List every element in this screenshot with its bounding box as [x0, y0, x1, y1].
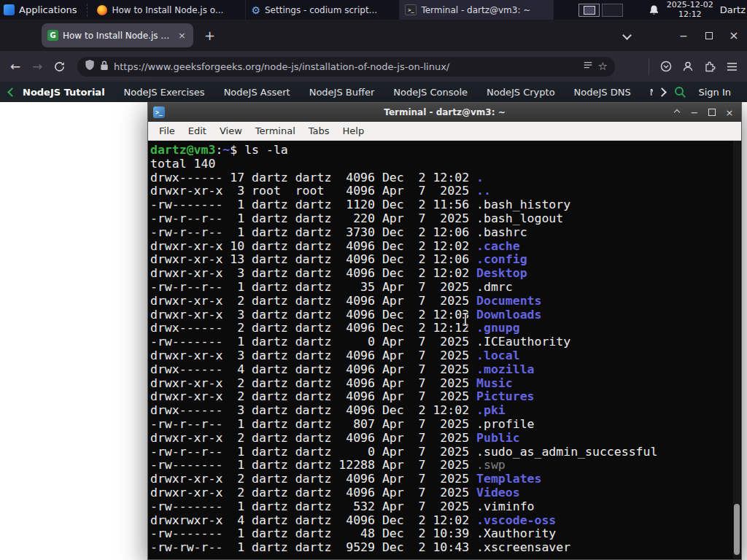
terminal-shade-button[interactable] [672, 110, 682, 114]
nav-link-nodejs-dns[interactable]: NodeJS DNS [574, 87, 631, 98]
gfg-favicon-icon: G [47, 30, 58, 41]
browser-maximize-button[interactable] [700, 20, 719, 51]
reload-button[interactable] [48, 55, 70, 77]
toolbar-separator [649, 58, 649, 74]
nav-scroll-left-icon[interactable] [9, 89, 15, 96]
terminal-listing-line: drwxr-xr-x 3 root root 4096 Apr 7 2025 .… [150, 184, 732, 198]
forward-button[interactable]: → [26, 55, 48, 77]
listing-name: Music [476, 376, 513, 390]
terminal-listing-line: drwxr-xr-x 2 dartz dartz 4096 Apr 7 2025… [150, 390, 732, 404]
gear-icon: ⚙ [251, 5, 260, 15]
terminal-listing-line: -rw-rw-r-- 1 dartz dartz 9529 Dec 2 10:4… [150, 541, 732, 555]
terminal-listing-line: drwx------ 3 dartz dartz 4096 Dec 2 12:0… [150, 404, 732, 418]
menu-help[interactable]: Help [336, 123, 371, 139]
terminal-minimize-button[interactable]: − [689, 107, 700, 118]
terminal-listing-line: drwxr-xr-x 2 dartz dartz 4096 Apr 7 2025… [150, 432, 732, 446]
terminal-listing-line: -rw-r--r-- 1 dartz dartz 35 Apr 7 2025 .… [150, 281, 732, 295]
panel-clock[interactable]: 2025-12-02 12:12 [667, 1, 713, 19]
terminal-listing-line: drwxrwxr-x 4 dartz dartz 4096 Dec 2 12:0… [150, 514, 732, 528]
listing-columns: -rw------- 1 dartz dartz 48 Dec 2 10:39 [150, 526, 476, 540]
listing-columns: -rw-r--r-- 1 dartz dartz 220 Apr 7 2025 [150, 211, 476, 225]
workspace-window-thumb [584, 6, 595, 15]
menu-icon[interactable] [721, 55, 743, 77]
listing-name: .mozilla [476, 362, 534, 376]
listing-name: .bash_history [476, 198, 570, 211]
menu-view[interactable]: View [213, 123, 249, 139]
listing-columns: -rw------- 1 dartz dartz 532 Apr 7 2025 [150, 499, 476, 513]
browser-tab[interactable]: G How to Install Node.js on... × [42, 23, 193, 47]
nav-scroll-right-icon[interactable] [659, 89, 665, 96]
menu-tabs[interactable]: Tabs [302, 123, 336, 139]
workspace-2[interactable] [602, 4, 623, 17]
taskbar-window-firefox[interactable]: How to Install Node.js o... [92, 0, 246, 20]
tracking-shield-icon[interactable] [85, 59, 95, 74]
taskbar-window-title: Settings - codium script... [265, 5, 377, 15]
menu-edit[interactable]: Edit [182, 123, 213, 139]
search-icon[interactable] [674, 86, 686, 98]
url-text: https://www.geeksforgeeks.org/node-js/in… [114, 61, 578, 72]
terminal-app-icon: >_ [153, 106, 165, 118]
workspace-1[interactable] [578, 4, 600, 17]
terminal-listing-line: -rw-r--r-- 1 dartz dartz 3730 Dec 2 12:0… [150, 226, 732, 240]
terminal-window: >_ Terminal - dartz@vm3: ~ − × FileEditV… [147, 102, 742, 560]
browser-minimize-button[interactable]: − [674, 20, 693, 51]
scrollbar-thumb[interactable] [734, 504, 740, 555]
menu-file[interactable]: File [152, 123, 182, 139]
listing-columns: drwxr-xr-x 3 dartz dartz 4096 Apr 7 2025 [150, 349, 476, 362]
distro-logo-icon [4, 4, 15, 15]
listing-name: Pictures [476, 389, 534, 403]
terminal-titlebar[interactable]: >_ Terminal - dartz@vm3: ~ − × [148, 103, 741, 122]
taskbar-window-gear[interactable]: ⚙Settings - codium script... [246, 0, 400, 20]
nav-link-nodejs-assert[interactable]: NodeJS Assert [224, 87, 290, 98]
listing-columns: drwxr-xr-x 2 dartz dartz 4096 Apr 7 2025 [150, 294, 476, 308]
listing-columns: drwxrwxr-x 4 dartz dartz 4096 Dec 2 12:0… [150, 513, 476, 527]
listing-name: Desktop [476, 266, 527, 280]
menu-terminal[interactable]: Terminal [249, 123, 302, 139]
listing-name: .cache [476, 239, 520, 253]
lock-icon[interactable] [100, 60, 109, 74]
url-bar[interactable]: https://www.geeksforgeeks.org/node-js/in… [77, 57, 615, 77]
nav-link-nodejs-console[interactable]: NodeJS Console [393, 87, 468, 98]
terminal-listing-line: drwxr-xr-x 3 dartz dartz 4096 Dec 2 12:0… [150, 267, 732, 281]
bookmark-star-icon[interactable]: ☆ [598, 60, 608, 73]
terminal-listing-line: -rw------- 1 dartz dartz 48 Dec 2 10:39 … [150, 527, 732, 541]
workspace-switcher[interactable] [578, 4, 623, 17]
nav-link-nodejs-buffer[interactable]: NodeJS Buffer [309, 87, 375, 98]
nav-link-nodejs-crypto[interactable]: NodeJS Crypto [487, 87, 555, 98]
listing-name: .dmrc [476, 280, 513, 294]
listing-columns: drwxr-xr-x 2 dartz dartz 4096 Apr 7 2025 [150, 431, 476, 445]
listing-name: .sudo_as_admin_successful [476, 445, 657, 459]
terminal-menubar: FileEditViewTerminalTabsHelp [148, 122, 741, 141]
prompt-symbol: $ [230, 143, 244, 157]
account-icon[interactable] [677, 55, 699, 77]
back-button[interactable]: ← [4, 55, 26, 77]
listing-columns: drwxr-xr-x 3 dartz dartz 4096 Dec 2 12:0… [150, 266, 476, 280]
terminal-maximize-button[interactable] [707, 109, 717, 116]
terminal-listing-line: -rw-r--r-- 1 dartz dartz 0 Apr 7 2025 .s… [150, 446, 732, 459]
listing-columns: drwx------ 17 dartz dartz 4096 Dec 2 12:… [150, 171, 476, 184]
list-all-tabs-icon[interactable] [617, 20, 636, 51]
reader-mode-icon[interactable] [583, 60, 593, 74]
notifications-bell-icon[interactable] [649, 4, 659, 16]
pocket-icon[interactable] [655, 55, 677, 77]
nav-link-nodejs-tutorial[interactable]: NodeJS Tutorial [23, 87, 105, 98]
sign-in-button[interactable]: Sign In [698, 87, 731, 98]
listing-name: .gnupg [476, 321, 520, 335]
listing-name: Documents [476, 294, 541, 308]
nav-link-nodejs-exercises[interactable]: NodeJS Exercises [124, 87, 205, 98]
applications-menu[interactable]: Applications [0, 0, 82, 20]
terminal-output[interactable]: dartz@vm3:~$ ls -latotal 140drwx------ 1… [148, 141, 741, 559]
new-tab-button[interactable]: + [200, 26, 220, 45]
listing-name: .bash_logout [476, 211, 563, 225]
tab-close-icon[interactable]: × [177, 30, 187, 41]
listing-columns: drwxr-xr-x 2 dartz dartz 4096 Apr 7 2025 [150, 376, 476, 390]
browser-close-button[interactable]: × [724, 20, 743, 51]
taskbar-window-terminal[interactable]: >_Terminal - dartz@vm3: ~ [400, 0, 554, 20]
terminal-prompt-line: dartz@vm3:~$ ls -la [150, 144, 732, 158]
clock-date: 2025-12-02 [667, 1, 713, 10]
listing-columns: drwxr-xr-x 3 dartz dartz 4096 Dec 2 12:0… [150, 308, 476, 322]
nav-link-node[interactable]: Node [650, 87, 654, 98]
terminal-close-button[interactable]: × [724, 107, 735, 118]
extensions-icon[interactable] [699, 55, 721, 77]
terminal-scrollbar[interactable] [733, 141, 740, 559]
